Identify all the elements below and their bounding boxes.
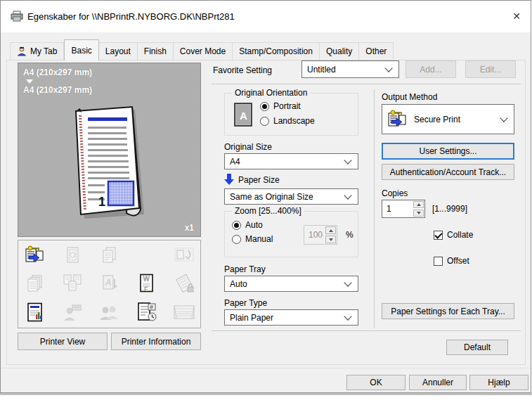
collate-checkbox[interactable]: Collate — [434, 230, 473, 240]
landscape-radio[interactable]: Landscape — [260, 116, 315, 126]
tab-my-tab[interactable]: My Tab — [10, 42, 64, 60]
tab-label: Layout — [105, 43, 131, 60]
edit-button[interactable]: Edit... — [465, 60, 516, 78]
original-size-label: Original Size — [224, 142, 272, 152]
paper-tray-label: Paper Tray — [224, 264, 266, 274]
zoom-auto-radio[interactable]: Auto — [232, 220, 263, 230]
title-bar: Egenskaber for \\NBPrintR.NYBORG.DK\NBPr… — [1, 1, 531, 32]
spin-down-icon[interactable] — [325, 236, 336, 243]
tab-other[interactable]: Other — [359, 42, 394, 60]
close-icon[interactable]: ✕ — [505, 6, 528, 26]
tab-basic[interactable]: Basic — [64, 39, 98, 60]
tab-layout[interactable]: Layout — [99, 42, 138, 60]
offset-checkbox[interactable]: Offset — [434, 256, 469, 266]
button-label: Authentication/Account Track... — [390, 167, 506, 177]
paper-size-select[interactable]: Same as Original Size — [224, 188, 358, 205]
svg-text:A: A — [240, 110, 247, 122]
button-label: Printer Information — [122, 337, 191, 347]
zoom-percent-spinner[interactable]: 100 — [304, 225, 337, 245]
watermark-icon: W F — [136, 272, 158, 295]
copy-protect-icon — [173, 272, 195, 295]
copies-range-label: [1...9999] — [432, 204, 467, 214]
spin-up-icon[interactable] — [413, 201, 424, 208]
radio-icon — [232, 221, 241, 230]
feature-status-grid: A W F — [18, 240, 201, 328]
button-label: Default — [464, 342, 491, 352]
button-label: OK — [370, 378, 382, 387]
output-method-label: Output Method — [382, 92, 437, 102]
favorite-setting-value: Untitled — [307, 65, 336, 75]
secure-print-icon — [24, 244, 46, 266]
ok-button[interactable]: OK — [346, 375, 406, 390]
portrait-radio[interactable]: Portrait — [260, 101, 301, 111]
svg-text:W: W — [143, 275, 150, 283]
button-label: Printer View — [40, 337, 85, 347]
printer-information-button[interactable]: Printer Information — [111, 333, 201, 350]
chevron-down-icon — [500, 114, 507, 122]
tab-quality[interactable]: Quality — [320, 42, 359, 60]
tab-stamp-composition[interactable]: Stamp/Composition — [233, 42, 320, 60]
checkbox-icon — [434, 257, 443, 266]
authentication-account-track-button[interactable]: Authentication/Account Track... — [382, 164, 514, 180]
window-title: Egenskaber for \\NBPrintR.NYBORG.DK\NBPr… — [27, 11, 235, 22]
page-number-icon: # — [136, 301, 158, 323]
chevron-down-icon — [344, 191, 351, 199]
paper-settings-for-each-tray-button[interactable]: Paper Settings for Each Tray... — [382, 303, 514, 319]
chevron-down-icon — [344, 156, 351, 164]
page-thumbnail: 1 — [65, 104, 150, 228]
default-button[interactable]: Default — [446, 340, 508, 355]
spin-down-icon[interactable] — [413, 210, 424, 217]
tab-label: Basic — [71, 41, 91, 60]
banner-icon — [173, 301, 195, 323]
zoom-group: Zoom [25...400%] Auto Manual 100 % — [224, 211, 358, 257]
divider — [1, 368, 531, 368]
paper-tray-value: Auto — [230, 279, 247, 289]
collate-label: Collate — [447, 230, 473, 240]
copies-value: 1 — [382, 200, 413, 217]
paper-type-select[interactable]: Plain Paper — [224, 309, 358, 326]
combination-icon — [61, 272, 84, 295]
zoom-percent-value: 100 — [304, 226, 325, 244]
output-method-select[interactable]: Secure Print — [382, 104, 514, 134]
copies-spinner[interactable]: 1 — [382, 200, 425, 218]
svg-text:#: # — [150, 304, 153, 311]
font-settings-icon: A — [98, 272, 121, 295]
button-label: Add... — [420, 65, 441, 75]
svg-text:1: 1 — [98, 195, 105, 209]
divider — [212, 330, 521, 331]
secure-print-icon — [387, 109, 408, 130]
print-preview: A4 (210x297 mm) A4 (210x297 mm) — [18, 63, 201, 237]
original-size-value: A4 — [230, 157, 240, 167]
zoom-manual-radio[interactable]: Manual — [232, 234, 273, 244]
cancel-button[interactable]: Annuller — [409, 375, 467, 390]
favorite-setting-select[interactable]: Untitled — [301, 60, 399, 78]
tab-strip: My Tab Basic Layout Finish Cover Mode St… — [10, 39, 394, 60]
tab-finish[interactable]: Finish — [138, 42, 174, 60]
paper-size-value: Same as Original Size — [230, 192, 313, 202]
spin-up-icon[interactable] — [325, 226, 336, 234]
offset-label: Offset — [447, 256, 469, 266]
tab-label: My Tab — [30, 43, 57, 60]
arrow-down-blue-icon — [224, 174, 234, 185]
divider — [374, 90, 375, 328]
account-track-icon — [98, 301, 121, 323]
percent-sign-label: % — [346, 230, 353, 240]
stamp-icon — [61, 244, 84, 266]
copies-label: Copies — [382, 188, 408, 198]
user-settings-button[interactable]: User Settings... — [382, 143, 514, 160]
printer-view-button[interactable]: Printer View — [18, 333, 108, 350]
tab-cover-mode[interactable]: Cover Mode — [174, 42, 233, 60]
paper-tray-select[interactable]: Auto — [224, 276, 358, 292]
stack-icon — [24, 272, 46, 295]
user-icon — [61, 301, 84, 323]
original-orientation-group: Original Orientation A Portrait Landscap… — [224, 93, 358, 136]
help-button[interactable]: Hjælp — [469, 375, 528, 390]
svg-text:A: A — [105, 278, 111, 288]
add-button[interactable]: Add... — [406, 60, 456, 78]
original-size-select[interactable]: A4 — [224, 153, 358, 169]
button-label: Paper Settings for Each Tray... — [391, 307, 505, 316]
tab-label: Cover Mode — [180, 43, 226, 60]
output-method-value: Secure Print — [414, 115, 460, 124]
radio-icon — [232, 235, 241, 244]
portrait-label: Portrait — [273, 101, 301, 111]
